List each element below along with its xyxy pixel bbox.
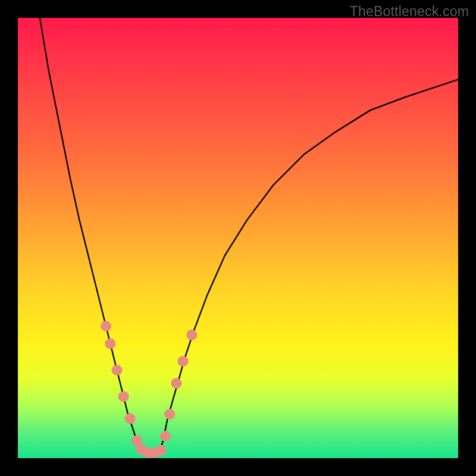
curve-layer (18, 18, 458, 458)
series-right-curve (159, 80, 458, 454)
marker-dot (171, 378, 181, 389)
chart-frame: TheBottleneck.com (0, 0, 476, 476)
marker-dots-group (101, 321, 197, 458)
watermark-text: TheBottleneck.com (350, 4, 469, 20)
marker-dot (112, 365, 123, 375)
marker-dot (118, 391, 129, 402)
marker-dot (160, 431, 171, 441)
series-left-curve (40, 18, 146, 454)
curve-paths-group (40, 18, 458, 454)
plot-area (18, 18, 458, 458)
marker-dot (186, 330, 197, 340)
marker-dot (178, 356, 189, 367)
marker-dot (105, 339, 115, 349)
marker-dot (156, 445, 167, 456)
marker-dot (101, 321, 111, 331)
marker-dot (164, 409, 175, 419)
marker-dot (125, 413, 136, 424)
